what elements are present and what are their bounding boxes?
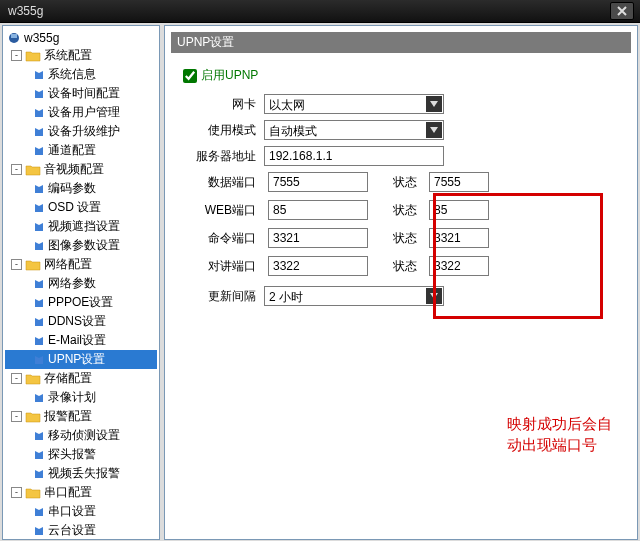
tree-item-label: PPPOE设置 [48,294,113,311]
label-web-port: WEB端口 [175,202,260,219]
input-data-port[interactable] [268,172,368,192]
tree-item-label: 录像计划 [48,389,96,406]
tree-item-label: 通道配置 [48,142,96,159]
main-panel: UPNP设置 启用UPNP 网卡 以太网 使用模式 自动模式 [164,25,638,540]
tree-group-header[interactable]: - 存储配置 [5,369,157,388]
label-interval: 更新间隔 [175,288,260,305]
panel-title: UPNP设置 [171,32,631,53]
status-cmd-port[interactable] [429,228,489,248]
label-data-port: 数据端口 [175,174,260,191]
tree-item[interactable]: E-Mail设置 [5,331,157,350]
window-title: w355g [8,0,43,22]
select-interval-value: 2 小时 [269,290,303,304]
select-nic[interactable]: 以太网 [264,94,444,114]
tree-group-header[interactable]: - 系统配置 [5,46,157,65]
svg-rect-1 [11,34,17,38]
window-body: w355g - 系统配置 系统信息 设备时间配置 设备用户管理 [0,23,640,541]
chevron-down-icon [426,96,442,112]
page-icon [33,202,45,214]
page-icon [33,69,45,81]
tree-item[interactable]: 视频丢失报警 [5,464,157,483]
row-mode: 使用模式 自动模式 [175,120,627,140]
tree-item-label: 移动侦测设置 [48,427,120,444]
tree-item[interactable]: 设备时间配置 [5,84,157,103]
select-mode[interactable]: 自动模式 [264,120,444,140]
close-button[interactable] [610,2,634,20]
collapse-icon[interactable]: - [11,50,22,61]
row-server-addr: 服务器地址 [175,146,627,166]
folder-icon [25,164,41,176]
tree-item[interactable]: 网络参数 [5,274,157,293]
collapse-icon[interactable]: - [11,373,22,384]
input-cmd-port[interactable] [268,228,368,248]
input-web-port[interactable] [268,200,368,220]
collapse-icon[interactable]: - [11,487,22,498]
page-icon [33,354,45,366]
chevron-down-icon [426,122,442,138]
label-status: 状态 [376,230,421,247]
select-interval[interactable]: 2 小时 [264,286,444,306]
page-icon [33,335,45,347]
tree-group-header[interactable]: - 音视频配置 [5,160,157,179]
tree-item-label: E-Mail设置 [48,332,106,349]
tree-group-serial: - 串口配置 串口设置 云台设置 [5,483,157,540]
tree-item[interactable]: 移动侦测设置 [5,426,157,445]
label-status: 状态 [376,174,421,191]
page-icon [33,88,45,100]
tree-group-alarm: - 报警配置 移动侦测设置 探头报警 视频丢失报警 [5,407,157,483]
collapse-icon[interactable]: - [11,259,22,270]
tree-group-label: 报警配置 [44,408,92,425]
collapse-icon[interactable]: - [11,411,22,422]
tree-item[interactable]: 系统信息 [5,65,157,84]
folder-icon [25,50,41,62]
tree-item[interactable]: PPPOE设置 [5,293,157,312]
tree-group-header[interactable]: - 报警配置 [5,407,157,426]
page-icon [33,221,45,233]
label-mode: 使用模式 [175,122,260,139]
tree-item-label: UPNP设置 [48,351,105,368]
folder-icon [25,487,41,499]
status-web-port[interactable] [429,200,489,220]
tree-root-node[interactable]: w355g [5,30,157,46]
tree-item[interactable]: 视频遮挡设置 [5,217,157,236]
tree-group-label: 系统配置 [44,47,92,64]
tree-item[interactable]: 设备用户管理 [5,103,157,122]
page-icon [33,316,45,328]
label-status: 状态 [376,258,421,275]
nav-tree-panel: w355g - 系统配置 系统信息 设备时间配置 设备用户管理 [2,25,160,540]
status-talk-port[interactable] [429,256,489,276]
tree-item[interactable]: DDNS设置 [5,312,157,331]
label-status: 状态 [376,202,421,219]
tree-item[interactable]: 图像参数设置 [5,236,157,255]
tree-item[interactable]: 编码参数 [5,179,157,198]
tree-group-system: - 系统配置 系统信息 设备时间配置 设备用户管理 设备升级维护 通道配置 [5,46,157,160]
tree-item[interactable]: 串口设置 [5,502,157,521]
tree-root-label: w355g [24,31,59,45]
enable-upnp-row: 启用UPNP [183,67,627,84]
panel-body: 启用UPNP 网卡 以太网 使用模式 自动模式 [165,57,637,318]
tree-item-upnp[interactable]: UPNP设置 [5,350,157,369]
page-icon [33,430,45,442]
tree-item[interactable]: 探头报警 [5,445,157,464]
tree-item[interactable]: OSD 设置 [5,198,157,217]
tree-item[interactable]: 云台设置 [5,521,157,540]
tree-group-header[interactable]: - 串口配置 [5,483,157,502]
tree-item[interactable]: 通道配置 [5,141,157,160]
tree-item-label: 设备用户管理 [48,104,120,121]
input-talk-port[interactable] [268,256,368,276]
folder-icon [25,411,41,423]
tree-item[interactable]: 设备升级维护 [5,122,157,141]
close-icon [616,5,628,17]
app-window: w355g w355g - [0,0,640,541]
collapse-icon[interactable]: - [11,164,22,175]
page-icon [33,392,45,404]
tree-item-label: 设备升级维护 [48,123,120,140]
tree-item[interactable]: 录像计划 [5,388,157,407]
tree-group-header[interactable]: - 网络配置 [5,255,157,274]
row-interval: 更新间隔 2 小时 [175,286,627,306]
input-server-addr[interactable] [264,146,444,166]
enable-upnp-checkbox[interactable] [183,69,197,83]
tree-item-label: 系统信息 [48,66,96,83]
page-icon [33,278,45,290]
status-data-port[interactable] [429,172,489,192]
